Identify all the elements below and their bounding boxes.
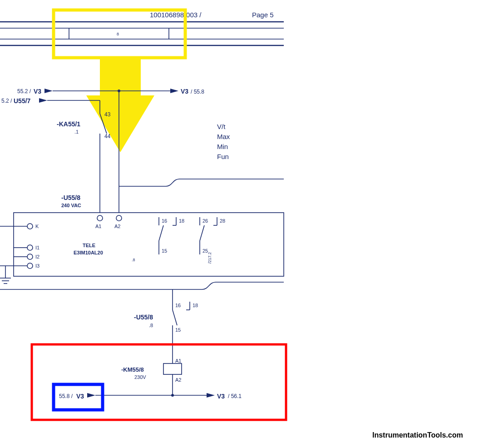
svg-marker-7: [86, 95, 154, 152]
km55-8-coil: [163, 363, 182, 374]
u55-8-c15: 15: [162, 248, 167, 254]
u55-8-make1: TELE: [83, 243, 95, 248]
note-min: Min: [217, 143, 228, 150]
arrow-down-icon: [86, 58, 154, 152]
ka55-1-tag: -KA55/1: [57, 120, 80, 128]
v3-in-top-ref: 55.2 /: [17, 88, 31, 95]
u55-8-c28: 28: [220, 218, 225, 224]
v3-in-top-signal: V3: [34, 88, 41, 95]
u55-8-ext-18: 18: [193, 303, 198, 308]
arrowhead-icon: [44, 89, 53, 93]
terminal-i1: [27, 245, 33, 250]
u55-8-voltage: 240 VAC: [61, 203, 81, 208]
page-number: Page 5: [252, 11, 274, 19]
u55-8-device: [14, 213, 284, 276]
ka55-1-t44: 44: [104, 133, 111, 139]
u55-8-make2: E3IM10AL20: [74, 250, 103, 255]
u55-8-i2: I2: [35, 254, 40, 259]
svg-point-45: [171, 394, 174, 397]
arrowhead-icon: [87, 393, 95, 398]
arrowhead-icon: [207, 393, 215, 398]
watermark: InstrumentationTools.com: [372, 431, 463, 439]
u55-8-contact-1: 16 18 15: [159, 217, 184, 254]
u55-8-tag: -U55/8: [61, 194, 80, 201]
doc-number: 100106898-003 /: [150, 11, 202, 19]
u55-7-signal: U55/7: [14, 97, 31, 105]
u55-8-ext-tag: -U55/8: [134, 314, 153, 321]
svg-line-38: [173, 310, 177, 325]
note-func: Fun: [217, 153, 229, 160]
v3-out-top-signal: V3: [181, 88, 188, 95]
terminal-k: [27, 224, 33, 229]
u55-8-ext-15: 15: [175, 327, 181, 333]
u55-8-i1: I1: [35, 245, 40, 250]
terminal-i2: [27, 254, 33, 259]
u55-8-ext-16: 16: [175, 303, 181, 308]
v3-out-bot-signal: V3: [217, 393, 225, 400]
u55-8-contact-2: 26 28 25: [200, 217, 225, 254]
u55-7-ref: 5.2 /: [1, 98, 12, 104]
km55-8-a2: A2: [175, 377, 181, 383]
note-max: Max: [217, 133, 230, 140]
ka55-1-t43: 43: [104, 111, 111, 118]
diagram-canvas: 100106898-003 / Page 5 8 55.2 / V3 V3 / …: [0, 0, 484, 448]
u55-8-c26: 26: [202, 218, 208, 224]
u55-8-k: K: [35, 224, 39, 229]
u55-8-a1: A1: [95, 224, 101, 229]
v3-in-bot-signal: V3: [76, 393, 84, 400]
arrowhead-icon: [39, 98, 47, 103]
ka55-1-subref: .1: [74, 129, 79, 134]
column-number: 8: [117, 32, 119, 36]
u55-8-subref: .8: [132, 258, 135, 262]
v3-in-bot-ref: 55.8 /: [59, 393, 73, 399]
terminal-a2: [116, 215, 122, 221]
u55-8-c16: 16: [162, 218, 167, 224]
u55-8-ext-subref: .8: [149, 323, 153, 328]
u55-8-sideref: /217.2: [207, 252, 212, 264]
km55-8-a1: A1: [175, 358, 181, 363]
svg-line-32: [200, 225, 204, 241]
note-vt: V/t: [217, 123, 226, 130]
km55-8-tag: -KM55/8: [121, 366, 144, 373]
arrowhead-icon: [170, 89, 178, 93]
v3-out-bot-ref: / 56.1: [228, 393, 242, 399]
u55-8-c18: 18: [179, 218, 184, 224]
terminal-i3: [27, 263, 33, 269]
terminal-a1: [97, 215, 103, 221]
svg-line-27: [159, 225, 163, 241]
v3-out-top-ref: / 55.8: [191, 89, 204, 95]
u55-8-a2: A2: [114, 224, 120, 229]
u55-8-i3: I3: [35, 263, 40, 269]
km55-8-volt: 230V: [134, 374, 146, 380]
